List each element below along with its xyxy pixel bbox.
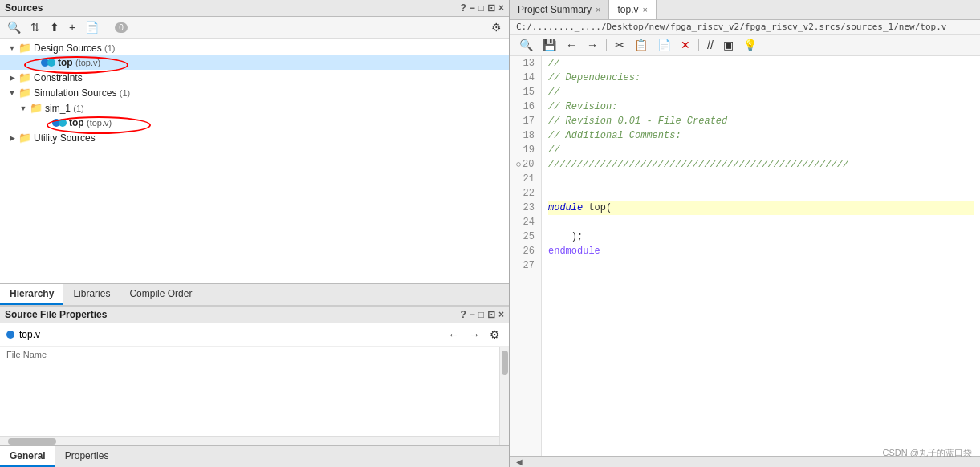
sources-close-btn[interactable]: × — [498, 2, 504, 14]
utility-sources-arrow: ▶ — [8, 134, 16, 142]
editor-sep2 — [698, 39, 699, 51]
sim1-arrow: ▼ — [19, 104, 27, 112]
code-line-21 — [548, 172, 974, 186]
editor-back-btn[interactable]: ← — [563, 37, 580, 53]
props-close-btn[interactable]: × — [498, 309, 504, 320]
code-line-22 — [548, 186, 974, 201]
tab-general[interactable]: General — [0, 446, 55, 467]
props-scrollbar-thumb-v — [502, 351, 508, 375]
tab-top-v[interactable]: top.v × — [609, 0, 656, 19]
gear-button[interactable]: ⚙ — [489, 19, 504, 35]
editor-comment-btn[interactable]: // — [704, 37, 717, 53]
line-num-13: 13 — [516, 56, 535, 71]
sim1-label: sim_1 (1) — [45, 103, 84, 114]
sim-top-label: top (top.v) — [69, 117, 112, 128]
sources-minimize-btn[interactable]: − — [470, 2, 475, 14]
code-line-27 — [548, 258, 974, 273]
sim-top-file-row[interactable]: top (top.v) — [0, 116, 509, 130]
editor-copy-btn[interactable]: 📋 — [631, 37, 651, 53]
code-line-20: ////////////////////////////////////////… — [548, 157, 974, 172]
editor-search-btn[interactable]: 🔍 — [516, 37, 536, 53]
constraints-row[interactable]: ▶ 📁 Constraints — [0, 70, 509, 85]
sim1-folder-icon: 📁 — [30, 102, 43, 114]
code-line-26: endmodule — [548, 244, 974, 258]
props-gear-btn[interactable]: ⚙ — [487, 327, 502, 343]
props-restore-btn[interactable]: □ — [478, 309, 484, 320]
design-top-file-row[interactable]: top (top.v) — [0, 55, 509, 70]
design-sources-row[interactable]: ▼ 📁 Design Sources (1) — [0, 40, 509, 55]
simulation-sources-label: Simulation Sources (1) — [34, 87, 130, 99]
tab-compile-order[interactable]: Compile Order — [120, 284, 201, 305]
props-scrollbar-v[interactable] — [499, 347, 509, 445]
sources-maximize-btn[interactable]: ⊡ — [487, 2, 495, 14]
sources-tree: ▼ 📁 Design Sources (1) top (top.v) — [0, 39, 509, 283]
sim1-row[interactable]: ▼ 📁 sim_1 (1) — [0, 100, 509, 116]
code-line-19: // — [548, 143, 974, 157]
editor-cut-btn[interactable]: ✂ — [612, 37, 628, 53]
editor-path-text: C:/........_..../Desktop/new/fpga_riscv_… — [516, 22, 946, 32]
editor-forward-btn[interactable]: → — [584, 37, 601, 53]
sources-title-left: Sources — [5, 2, 43, 14]
scroll-left-arrow[interactable]: ◀ — [514, 457, 524, 466]
up-button[interactable]: ⬆ — [47, 19, 62, 35]
sources-question-btn[interactable]: ? — [460, 2, 466, 14]
line-num-25: 25 — [516, 229, 535, 244]
line-num-14: 14 — [516, 71, 535, 85]
editor-paste-btn[interactable]: 📄 — [654, 37, 674, 53]
props-controls: ? − □ ⊡ × — [460, 309, 504, 320]
simulation-sources-arrow: ▼ — [8, 89, 16, 97]
constraints-folder-icon: 📁 — [18, 71, 31, 83]
props-question-btn[interactable]: ? — [460, 309, 466, 320]
props-scrollbar-thumb-h — [8, 438, 56, 445]
design-sources-arrow: ▼ — [8, 44, 16, 52]
editor-uncomment-btn[interactable]: ▣ — [720, 37, 737, 53]
tab-project-summary-label: Project Summary — [518, 4, 592, 15]
code-line-25: ); — [548, 229, 974, 244]
properties-title-bar: Source File Properties ? − □ ⊡ × — [0, 307, 509, 323]
sources-pane: Sources ? − □ ⊡ × 🔍 ⇅ ⬆ + 📄 0 ⚙ ▼ � — [0, 0, 509, 307]
sources-title-text: Sources — [5, 2, 43, 14]
line-num-27: 27 — [516, 258, 535, 273]
tab-libraries[interactable]: Libraries — [63, 284, 120, 305]
code-area: 13 14 15 16 17 18 19 ⊖20 21 22 23 24 25 … — [510, 56, 980, 456]
editor-sep1 — [606, 39, 607, 51]
tab-project-summary[interactable]: Project Summary × — [510, 0, 609, 19]
constraints-arrow: ▶ — [8, 74, 16, 82]
code-line-18: // Additional Comments: — [548, 128, 974, 143]
props-forward-btn[interactable]: → — [466, 327, 482, 343]
props-maximize-btn[interactable]: ⊡ — [487, 309, 495, 320]
sort-button[interactable]: ⇅ — [28, 19, 43, 35]
tab-project-summary-close[interactable]: × — [596, 5, 600, 14]
info-button[interactable]: 📄 — [83, 19, 101, 35]
simulation-sources-folder-icon: 📁 — [18, 87, 31, 99]
code-line-24 — [548, 215, 974, 229]
tab-top-v-close[interactable]: × — [642, 5, 647, 14]
sources-restore-btn[interactable]: □ — [478, 2, 484, 14]
utility-sources-row[interactable]: ▶ 📁 Utility Sources — [0, 130, 509, 145]
props-inner-label: File Name — [0, 347, 509, 363]
right-panel: Project Summary × top.v × C:/........_..… — [510, 0, 980, 467]
tab-properties[interactable]: Properties — [55, 446, 119, 467]
line-num-16: 16 — [516, 99, 535, 114]
code-line-23[interactable]: module top( — [548, 201, 974, 215]
design-top-dot2-icon — [47, 59, 55, 67]
editor-bulb-btn[interactable]: 💡 — [740, 37, 760, 53]
add-button[interactable]: + — [67, 19, 78, 35]
editor-save-btn[interactable]: 💾 — [539, 37, 559, 53]
line-num-18: 18 — [516, 128, 535, 143]
line-num-26: 26 — [516, 244, 535, 258]
code-line-17: // Revision 0.01 - File Created — [548, 114, 974, 128]
props-minimize-btn[interactable]: − — [470, 309, 475, 320]
code-lines[interactable]: // // Dependencies: // // Revision: // R… — [542, 56, 980, 456]
editor-delete-btn[interactable]: ✕ — [677, 37, 693, 53]
props-scrollbar-h[interactable] — [0, 436, 499, 445]
search-button[interactable]: 🔍 — [5, 19, 23, 35]
simulation-sources-row[interactable]: ▼ 📁 Simulation Sources (1) — [0, 85, 509, 100]
props-file-dot-icon — [6, 331, 14, 339]
props-tabs-bar: General Properties — [0, 445, 509, 467]
props-back-btn[interactable]: ← — [445, 327, 462, 343]
tab-hierarchy[interactable]: Hierarchy — [0, 284, 63, 305]
utility-sources-label: Utility Sources — [34, 132, 96, 144]
code-line-15: // — [548, 85, 974, 99]
props-file-row: top.v ← → ⚙ — [0, 323, 509, 347]
